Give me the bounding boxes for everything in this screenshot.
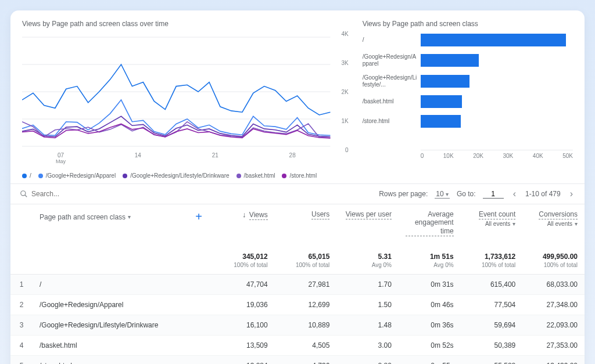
line-chart — [22, 34, 349, 150]
bar-chart-title: Views by Page path and screen class — [363, 20, 573, 28]
search-input[interactable] — [31, 190, 148, 198]
line-legend: //Google+Redesign/Apparel/Google+Redesig… — [22, 172, 349, 179]
svg-line-6 — [25, 195, 27, 197]
table-row[interactable]: 2/Google+Redesign/Apparel19,03612,6991.5… — [10, 295, 585, 315]
table-row[interactable]: 4/basket.html13,5094,5053.000m 52s50,389… — [10, 336, 585, 356]
bar-chart-panel: Views by Page path and screen class //Go… — [363, 20, 573, 179]
legend-item[interactable]: /store.html — [282, 172, 317, 179]
col-users[interactable]: Users — [311, 210, 329, 219]
bar-row: /basket.html — [363, 95, 573, 108]
search-icon[interactable] — [20, 190, 28, 198]
data-table: Page path and screen class ▾ + ↓ Views U… — [10, 204, 585, 364]
col-event-filter[interactable]: All events — [485, 221, 510, 227]
line-x-axis: 07May142128 — [22, 152, 349, 164]
page-range: 1-10 of 479 — [525, 190, 561, 198]
svg-point-5 — [21, 191, 26, 196]
chevron-down-icon[interactable]: ▾ — [128, 214, 131, 220]
analytics-report-card: Views by Page path and screen class over… — [10, 10, 585, 364]
col-event[interactable]: Event count — [479, 210, 515, 219]
rows-per-page-label: Rows per page: — [379, 190, 428, 198]
table-row[interactable]: 5/store.html13,2844,7362.800m 55s55,5221… — [10, 356, 585, 364]
table-row[interactable]: 1/47,70427,9811.700m 31s615,40068,033.00 — [10, 275, 585, 295]
chevron-down-icon[interactable]: ▾ — [512, 221, 515, 227]
bar-chart: //Google+Redesign/Apparel/Google+Redesig… — [363, 34, 573, 150]
bar-row: / — [363, 34, 573, 46]
sort-arrow-icon[interactable]: ↓ — [242, 210, 246, 219]
goto-label: Go to: — [457, 190, 476, 198]
col-conv[interactable]: Conversions — [539, 210, 578, 219]
bar-row: /store.html — [363, 115, 573, 128]
col-vpu[interactable]: Views per user — [346, 210, 392, 219]
col-aet[interactable]: Average engagement time — [406, 210, 454, 236]
line-chart-panel: Views by Page path and screen class over… — [22, 20, 349, 179]
dimension-header[interactable]: Page path and screen class — [40, 213, 126, 221]
legend-item[interactable]: /Google+Redesign/Lifestyle/Drinkware — [123, 172, 229, 179]
bar-row: /Google+Redesign/Lifestyle/... — [363, 74, 573, 88]
legend-item[interactable]: /basket.html — [236, 172, 275, 179]
legend-item[interactable]: / — [22, 172, 31, 179]
chevron-down-icon[interactable]: ▾ — [575, 221, 578, 227]
line-chart-title: Views by Page path and screen class over… — [22, 20, 349, 28]
add-dimension-button[interactable]: + — [195, 210, 202, 224]
table-toolbar: Rows per page: 10 ▾ Go to: ‹ 1-10 of 479… — [10, 184, 585, 204]
bar-x-axis: 010K20K30K40K50K — [421, 150, 573, 159]
next-page-button[interactable]: › — [568, 189, 575, 199]
col-conv-filter[interactable]: All events — [547, 221, 572, 227]
table-row[interactable]: 3/Google+Redesign/Lifestyle/Drinkware16,… — [10, 315, 585, 336]
rows-per-page-select[interactable]: 10 ▾ — [435, 190, 450, 199]
bar-row: /Google+Redesign/Apparel — [363, 53, 573, 67]
goto-input[interactable] — [483, 190, 504, 199]
prev-page-button[interactable]: ‹ — [511, 189, 518, 199]
col-views[interactable]: Views — [249, 211, 268, 220]
chevron-down-icon: ▾ — [446, 191, 449, 197]
legend-item[interactable]: /Google+Redesign/Apparel — [38, 172, 116, 179]
